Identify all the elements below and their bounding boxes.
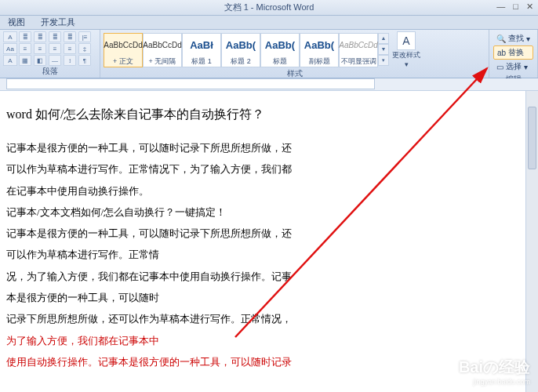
group-styles-label: 样式 (104, 68, 485, 79)
doc-line: 使用自动换行操作。记事本是很方便的一种工具，可以随时记录 (6, 351, 367, 372)
gallery-up-icon[interactable]: ▲ (378, 33, 389, 44)
styles-gallery[interactable]: AaBbCcDd + 正文 AaBbCcDd + 无间隔 AaBł 标题 1 A… (104, 33, 389, 67)
group-paragraph-label: 段落 (3, 66, 96, 77)
highlight-icon[interactable]: A (3, 55, 17, 66)
style-nospacing[interactable]: AaBbCcDd + 无间隔 (143, 33, 182, 67)
style-heading1[interactable]: AaBł 标题 1 (182, 33, 221, 67)
watermark: Baiの经验 jingyan.baidu.com (459, 357, 530, 386)
style-emphasis[interactable]: AaBbCcDd 不明显强调 (339, 33, 378, 67)
doc-line: 记事本是很方便的一种工具，可以随时记录下所思所想所做，还 (6, 137, 367, 158)
style-normal[interactable]: AaBbCcDd + 正文 (104, 33, 143, 67)
doc-line: 在记事本中使用自动换行操作。 (6, 180, 367, 201)
doc-line: 记录下所思所想所做，还可以作为草稿本进行写作。正常情况， (6, 308, 367, 329)
color-icon[interactable]: A (3, 31, 17, 42)
paragraph-tools[interactable]: ≣≣≣≣|≡ ≡≡≡≡‡ ▦◧—↕¶ (19, 31, 91, 66)
doc-line: 本是很方便的一种工具，可以随时 (6, 287, 367, 308)
doc-heading: word 如何/怎么去除来自记事本的自动换行符？ (6, 107, 367, 123)
vertical-scrollbar[interactable] (525, 91, 538, 392)
maximize-button[interactable]: □ (513, 2, 518, 12)
minimize-button[interactable]: — (496, 2, 505, 12)
gallery-more-icon[interactable]: ▾ (378, 55, 389, 66)
select-icon: ▭ (496, 63, 503, 71)
replace-button[interactable]: ab替换 (493, 45, 533, 60)
find-button[interactable]: 🔍查找▾ (493, 32, 533, 45)
style-heading2[interactable]: AaBb( 标题 2 (221, 33, 260, 67)
doc-line: 为了输入方便，我们都在记事本中 (6, 330, 367, 351)
doc-line: 记事本是很方便的一种工具，可以随时记录下所思所想所做，还 (6, 223, 367, 244)
format-icon[interactable]: Aa (3, 43, 17, 54)
tab-developer[interactable]: 开发工具 (33, 15, 83, 30)
doc-line: 可以作为草稿本进行写作。正常情况下，为了输入方便，我们都 (6, 158, 367, 180)
select-button[interactable]: ▭选择▾ (493, 60, 533, 73)
doc-line: 记事本/文本文档如何/怎么自动换行？一键搞定！ (6, 201, 367, 223)
window-title: 文档 1 - Microsoft Word (224, 2, 314, 13)
tab-view[interactable]: 视图 (0, 15, 33, 30)
replace-icon: ab (497, 49, 506, 57)
doc-line: 况，为了输入方便，我们都在记事本中使用自动换行操作。记事 (6, 266, 367, 287)
change-style-icon: A (397, 31, 416, 50)
close-button[interactable]: ✕ (526, 2, 533, 12)
style-title[interactable]: AaBb( 标题 (260, 33, 300, 67)
document-area[interactable]: word 如何/怎么去除来自记事本的自动换行符？ 记事本是很方便的一种工具，可以… (0, 91, 538, 392)
scroll-thumb[interactable] (528, 107, 536, 169)
doc-line: 可以作为草稿本进行写作。正常情 (6, 244, 367, 265)
gallery-down-icon[interactable]: ▼ (378, 44, 389, 55)
find-icon: 🔍 (496, 34, 506, 43)
change-style-button[interactable]: A 更改样式 ▾ (391, 31, 422, 68)
style-subtitle[interactable]: AaBb( 副标题 (300, 33, 339, 67)
horizontal-ruler[interactable] (0, 78, 538, 91)
